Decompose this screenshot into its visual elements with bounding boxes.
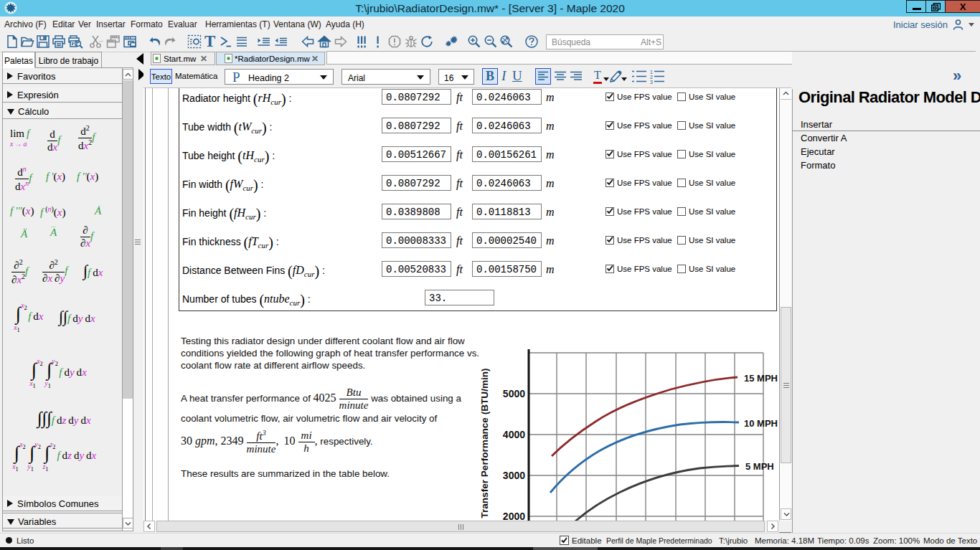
svg-text:2000: 2000	[503, 511, 525, 521]
svg-text:5000: 5000	[503, 388, 525, 399]
svg-text:10 MPH: 10 MPH	[744, 418, 778, 429]
svg-text:1: 1	[650, 70, 653, 75]
svg-text:2: 2	[650, 75, 653, 80]
svg-text:5 MPH: 5 MPH	[745, 461, 774, 472]
svg-text:15 MPH: 15 MPH	[744, 373, 778, 384]
svg-text:3: 3	[650, 80, 653, 85]
svg-text:3000: 3000	[503, 470, 525, 481]
svg-text:4000: 4000	[503, 429, 525, 440]
svg-text:Transfer Performance (BTU/min): Transfer Performance (BTU/min)	[479, 368, 490, 518]
